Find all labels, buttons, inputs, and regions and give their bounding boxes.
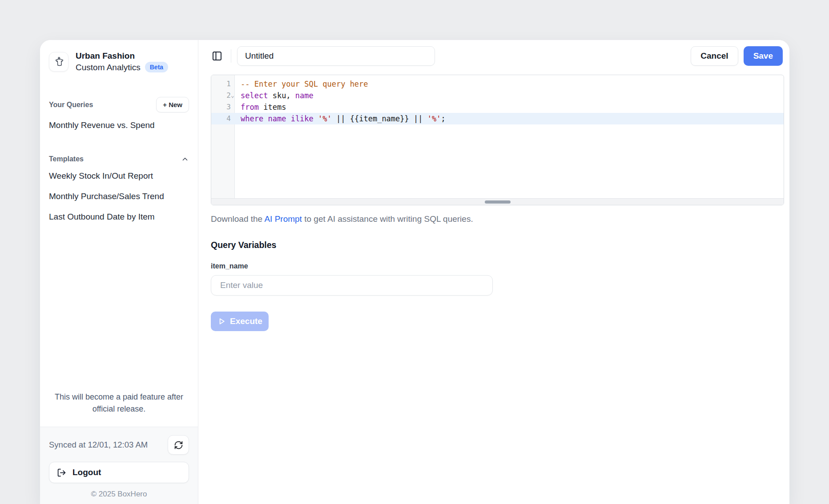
code-line: 3from items bbox=[211, 101, 784, 113]
synced-status: Synced at 12/01, 12:03 AM bbox=[49, 440, 148, 450]
sql-editor: 1-- Enter your SQL query here2⌄select sk… bbox=[211, 75, 784, 205]
query-title-input[interactable] bbox=[237, 46, 435, 66]
logout-label: Logout bbox=[72, 468, 101, 477]
variable-name-label: item_name bbox=[211, 262, 784, 270]
save-button[interactable]: Save bbox=[744, 46, 783, 66]
line-number: 3 bbox=[211, 101, 231, 113]
line-number: 4 bbox=[211, 113, 231, 124]
code-line: 4where name ilike '%' || {{item_name}} |… bbox=[211, 113, 784, 124]
help-suffix: to get AI assistance with writing SQL qu… bbox=[302, 214, 473, 224]
resize-drag-handle[interactable] bbox=[485, 200, 511, 204]
line-number: 1 bbox=[211, 78, 231, 90]
execute-button[interactable]: Execute bbox=[211, 312, 269, 331]
panel-left-icon bbox=[212, 51, 222, 61]
app-window: Urban Fashion Custom Analytics Beta Your… bbox=[40, 40, 789, 504]
sidebar: Urban Fashion Custom Analytics Beta Your… bbox=[40, 40, 198, 504]
your-queries-label: Your Queries bbox=[49, 101, 93, 109]
workspace-logo bbox=[49, 52, 68, 72]
editor-resize-bar bbox=[211, 198, 784, 205]
templates-list: Weekly Stock In/Out ReportMonthly Purcha… bbox=[40, 166, 198, 227]
templates-label: Templates bbox=[49, 155, 84, 163]
play-icon bbox=[217, 317, 226, 326]
logout-button[interactable]: Logout bbox=[49, 462, 189, 483]
toolbar: Cancel Save bbox=[198, 40, 789, 68]
templates-header[interactable]: Templates bbox=[40, 155, 198, 163]
code-line: 2⌄select sku, name bbox=[211, 90, 784, 101]
refresh-icon bbox=[174, 440, 183, 450]
sidebar-toggle-button[interactable] bbox=[209, 48, 225, 64]
template-list-item[interactable]: Last Outbound Date by Item bbox=[40, 207, 198, 227]
company-name: Urban Fashion bbox=[76, 50, 168, 62]
logout-icon bbox=[57, 468, 66, 477]
product-name: Custom Analytics bbox=[76, 62, 141, 73]
paid-feature-notice: This will become a paid feature after of… bbox=[40, 391, 198, 427]
code-editor-area[interactable]: 1-- Enter your SQL query here2⌄select sk… bbox=[211, 75, 784, 198]
your-queries-header: Your Queries + New bbox=[40, 97, 198, 112]
variable-value-input[interactable] bbox=[211, 275, 493, 296]
sidebar-footer: Synced at 12/01, 12:03 AM Log bbox=[40, 427, 198, 504]
tshirt-hanger-icon bbox=[52, 55, 65, 68]
ai-prompt-link[interactable]: AI Prompt bbox=[264, 214, 302, 224]
variable-fields: item_name bbox=[211, 262, 784, 296]
query-variables-heading: Query Variables bbox=[211, 240, 784, 250]
code-line: 1-- Enter your SQL query here bbox=[211, 78, 784, 90]
code-lines: 1-- Enter your SQL query here2⌄select sk… bbox=[211, 78, 784, 124]
template-list-item[interactable]: Weekly Stock In/Out Report bbox=[40, 166, 198, 186]
copyright: © 2025 BoxHero bbox=[49, 490, 189, 499]
line-number: 2 bbox=[211, 90, 231, 101]
help-prefix: Download the bbox=[211, 214, 264, 224]
template-list-item[interactable]: Monthly Purchase/Sales Trend bbox=[40, 186, 198, 207]
workspace-header: Urban Fashion Custom Analytics Beta bbox=[49, 50, 189, 73]
fold-chevron-icon[interactable]: ⌄ bbox=[231, 90, 234, 101]
chevron-up-icon[interactable] bbox=[181, 155, 189, 163]
main-panel: Cancel Save 1-- Enter your SQL query her… bbox=[198, 40, 789, 504]
refresh-button[interactable] bbox=[168, 435, 189, 455]
queries-list: Monthly Revenue vs. Spend bbox=[40, 115, 198, 136]
toolbar-divider bbox=[231, 49, 231, 63]
ai-help-text: Download the AI Prompt to get AI assista… bbox=[211, 214, 784, 224]
beta-badge: Beta bbox=[145, 62, 168, 72]
workspace-titles: Urban Fashion Custom Analytics Beta bbox=[76, 50, 168, 73]
query-list-item[interactable]: Monthly Revenue vs. Spend bbox=[40, 115, 198, 136]
execute-label: Execute bbox=[230, 316, 262, 326]
new-query-button[interactable]: + New bbox=[156, 97, 189, 112]
cancel-button[interactable]: Cancel bbox=[691, 46, 738, 66]
